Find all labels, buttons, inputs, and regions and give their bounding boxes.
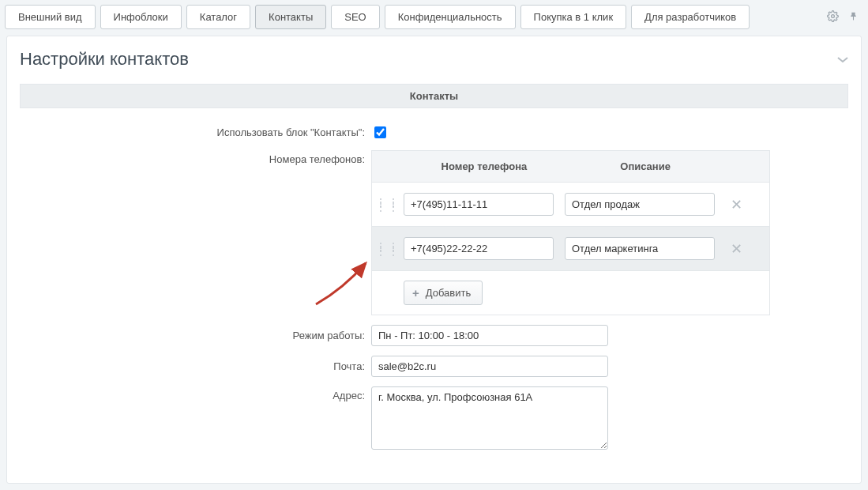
header-phone: Номер телефона	[404, 151, 565, 182]
worktime-input[interactable]	[371, 325, 608, 346]
top-tabs: Внешний вид Инфоблоки Каталог Контакты S…	[0, 0, 868, 29]
section-title: Контакты	[20, 84, 848, 108]
delete-row-icon[interactable]: ✕	[715, 196, 758, 213]
drag-handle-icon[interactable]: ⋮⋮⋮⋮	[372, 200, 404, 209]
drag-handle-icon[interactable]: ⋮⋮⋮⋮	[372, 244, 404, 254]
pin-icon[interactable]	[848, 10, 859, 24]
phone-desc-input[interactable]	[565, 237, 715, 260]
phone-number-input[interactable]	[404, 237, 554, 260]
panel-title: Настройки контактов	[20, 49, 189, 70]
tab-infoblocks[interactable]: Инфоблоки	[100, 5, 182, 29]
label-email: Почта:	[20, 360, 371, 372]
collapse-icon[interactable]	[837, 54, 848, 66]
phone-row: ⋮⋮⋮⋮ ✕	[372, 183, 769, 227]
svg-point-0	[832, 14, 835, 17]
use-block-checkbox[interactable]	[374, 126, 386, 138]
tab-contacts[interactable]: Контакты	[255, 5, 326, 29]
header-desc: Описание	[565, 151, 726, 182]
tab-privacy[interactable]: Конфиденциальность	[385, 5, 516, 29]
phone-number-input[interactable]	[404, 193, 554, 216]
phone-row: ⋮⋮⋮⋮ ✕	[372, 227, 769, 271]
gear-icon[interactable]	[827, 10, 839, 24]
tab-seo[interactable]: SEO	[331, 5, 379, 29]
plus-icon: +	[412, 286, 419, 300]
phones-table: Номер телефона Описание ⋮⋮⋮⋮ ✕ ⋮⋮⋮⋮ ✕ + …	[371, 150, 770, 315]
tab-catalog[interactable]: Каталог	[186, 5, 250, 29]
label-worktime: Режим работы:	[20, 330, 371, 341]
add-phone-button[interactable]: + Добавить	[404, 281, 483, 305]
label-address: Адрес:	[20, 386, 371, 401]
label-phones: Номера телефонов:	[20, 150, 371, 165]
delete-row-icon[interactable]: ✕	[715, 240, 758, 258]
label-use-block: Использовать блок "Контакты":	[20, 126, 371, 138]
phone-desc-input[interactable]	[565, 193, 715, 216]
tab-oneclick[interactable]: Покупка в 1 клик	[520, 5, 627, 29]
email-input[interactable]	[371, 356, 608, 377]
settings-panel: Настройки контактов Контакты Использоват…	[6, 36, 862, 484]
add-button-label: Добавить	[426, 287, 471, 299]
tab-developers[interactable]: Для разработчиков	[631, 5, 750, 29]
tab-appearance[interactable]: Внешний вид	[5, 5, 96, 29]
address-textarea[interactable]	[371, 386, 608, 450]
